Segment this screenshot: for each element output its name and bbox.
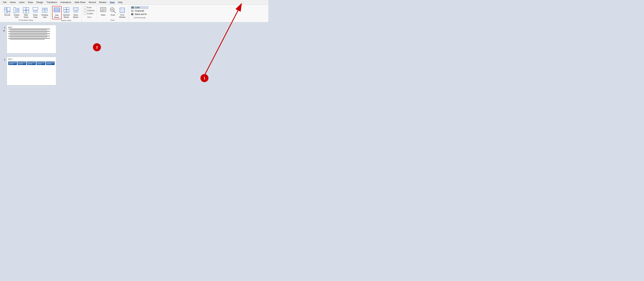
gridlines-checkbox[interactable] bbox=[84, 9, 86, 12]
svg-rect-36 bbox=[66, 7, 69, 9]
svg-rect-41 bbox=[73, 7, 78, 10]
menu-bar: File Home Insert Draw Design Transitions… bbox=[0, 0, 268, 5]
bw-label: Black and W... bbox=[135, 13, 148, 15]
svg-rect-37 bbox=[64, 10, 66, 12]
svg-rect-17 bbox=[26, 10, 29, 13]
guides-checkbox[interactable] bbox=[84, 12, 86, 15]
ribbon-group-master-views: SlideMaster HandoutMaster bbox=[51, 5, 82, 22]
slide-thumbnail-2[interactable]: Slide 1 bbox=[7, 57, 56, 85]
step-1-number: 1 bbox=[204, 76, 205, 80]
notes-button[interactable]: Notes bbox=[98, 6, 108, 17]
reading-view-label: ReadingView bbox=[42, 14, 48, 18]
outline-view-button[interactable]: OutlineView bbox=[12, 6, 21, 19]
grayscale-option[interactable]: Grayscale bbox=[131, 9, 148, 12]
slide-number-1: 1 bbox=[2, 26, 5, 29]
fit-to-window-label: Fit toWindow bbox=[119, 14, 126, 18]
slide-sorter-icon bbox=[23, 7, 29, 13]
slide-item: 1 ★ Slide 1 bbox=[2, 25, 68, 53]
zoom-label: Zoom bbox=[111, 14, 115, 16]
box-4 bbox=[36, 61, 45, 65]
master-views-label: Master Views bbox=[61, 19, 71, 22]
grayscale-label: Grayscale bbox=[135, 10, 144, 12]
svg-rect-35 bbox=[64, 7, 66, 9]
slide-2-title: Slide 1 bbox=[8, 58, 55, 60]
slide-thumbnail-1[interactable]: Slide 1 bbox=[7, 25, 56, 53]
svg-rect-38 bbox=[66, 10, 69, 12]
box-3 bbox=[27, 61, 36, 65]
gridlines-checkbox-label[interactable]: Gridlines bbox=[84, 9, 95, 12]
svg-rect-2 bbox=[7, 11, 10, 13]
menu-home[interactable]: Home bbox=[8, 0, 18, 4]
slide-master-label: SlideMaster bbox=[54, 14, 60, 18]
slide-number-2: 2 bbox=[2, 57, 5, 61]
black-white-option[interactable]: Black and W... bbox=[131, 13, 148, 16]
menu-draw[interactable]: Draw bbox=[26, 0, 34, 4]
box-1 bbox=[8, 61, 17, 65]
slide-star-1: ★ bbox=[3, 29, 5, 32]
outline-icon bbox=[13, 7, 20, 13]
slide-master-button[interactable]: SlideMaster bbox=[52, 6, 62, 19]
step-2-circle: 2 bbox=[93, 43, 101, 51]
fit-to-window-icon bbox=[119, 7, 126, 13]
menu-file[interactable]: File bbox=[1, 0, 8, 4]
notes-btn-icon bbox=[100, 7, 106, 13]
menu-design[interactable]: Design bbox=[35, 0, 45, 4]
slide-1-title: Slide 1 bbox=[8, 26, 55, 28]
handout-master-label: HandoutMaster bbox=[63, 14, 70, 18]
handout-master-icon bbox=[63, 7, 70, 13]
menu-slideshow[interactable]: Slide Show bbox=[73, 0, 87, 4]
slide-master-icon bbox=[54, 7, 60, 14]
notes-master-label: NotesMaster bbox=[73, 14, 78, 18]
slide-panel[interactable]: 1 ★ Slide 1 2 bbox=[0, 22, 70, 117]
menu-transitions[interactable]: Transitions bbox=[45, 0, 59, 4]
slide-item: 2 Slide 1 bbox=[2, 57, 68, 85]
show-options: Ruler Gridlines Guides bbox=[83, 5, 96, 16]
slide-sorter-button[interactable]: SlideSorter bbox=[22, 6, 30, 19]
menu-insert[interactable]: Insert bbox=[18, 0, 26, 4]
notes-master-button[interactable]: NotesMaster bbox=[71, 6, 80, 19]
notes-master-icon bbox=[72, 7, 79, 13]
svg-rect-16 bbox=[23, 10, 26, 13]
handout-master-button[interactable]: HandoutMaster bbox=[62, 6, 71, 19]
outline-view-label: OutlineView bbox=[14, 14, 19, 18]
bw-swatch bbox=[131, 13, 134, 15]
notes-page-label: NotesPage bbox=[33, 14, 38, 18]
slide-sorter-label: SlideSorter bbox=[24, 14, 28, 18]
box-2 bbox=[18, 61, 26, 65]
ribbon: Normal Out bbox=[0, 5, 268, 22]
color-label: Color bbox=[135, 6, 140, 9]
menu-help[interactable]: Help bbox=[116, 0, 124, 4]
ruler-checkbox[interactable] bbox=[84, 6, 86, 9]
grayscale-swatch bbox=[131, 10, 134, 12]
notes-page-icon bbox=[32, 7, 39, 13]
zoom-button[interactable]: Zoom bbox=[108, 6, 118, 17]
guides-checkbox-label[interactable]: Guides bbox=[84, 12, 95, 15]
color-option[interactable]: Color bbox=[131, 6, 148, 9]
show-label: Show bbox=[87, 16, 92, 19]
svg-line-52 bbox=[114, 11, 116, 13]
ruler-checkbox-label[interactable]: Ruler bbox=[84, 6, 95, 9]
reading-view-button[interactable]: ReadingView bbox=[40, 6, 49, 19]
svg-rect-15 bbox=[26, 7, 29, 10]
step-2-number: 2 bbox=[96, 45, 98, 49]
ribbon-group-show: Ruler Gridlines Guides Show bbox=[82, 5, 97, 19]
main-area: 1 ★ Slide 1 2 bbox=[0, 22, 268, 117]
menu-view[interactable]: View bbox=[108, 0, 116, 4]
menu-animations[interactable]: Animations bbox=[59, 0, 73, 4]
svg-rect-0 bbox=[4, 7, 7, 13]
color-swatch bbox=[131, 6, 134, 8]
content-area bbox=[70, 22, 268, 117]
notes-page-button[interactable]: NotesPage bbox=[31, 6, 40, 19]
notes-btn-label: Notes bbox=[101, 14, 106, 16]
menu-review[interactable]: Review bbox=[98, 0, 108, 4]
normal-icon bbox=[4, 7, 10, 13]
svg-rect-7 bbox=[14, 7, 16, 13]
normal-view-button[interactable]: Normal bbox=[3, 6, 12, 17]
step-1-circle: 1 bbox=[200, 74, 208, 82]
svg-rect-64 bbox=[121, 9, 124, 11]
presentation-views-label: Presentation Views bbox=[19, 19, 33, 22]
menu-record[interactable]: Record bbox=[87, 0, 98, 4]
fit-to-window-button[interactable]: Fit toWindow bbox=[118, 6, 127, 19]
svg-rect-1 bbox=[7, 7, 10, 11]
normal-label: Normal bbox=[4, 14, 10, 16]
